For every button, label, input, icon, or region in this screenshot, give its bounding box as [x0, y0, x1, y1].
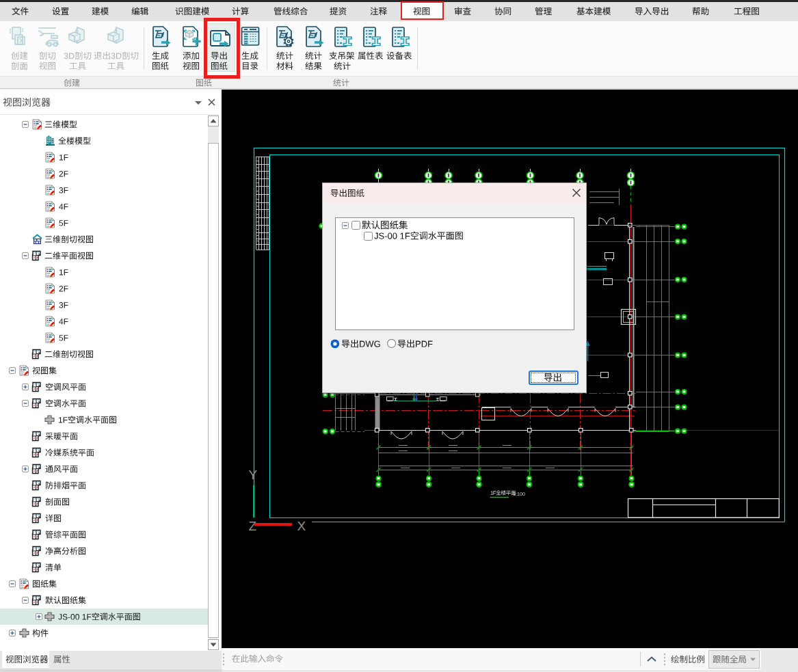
- svg-text:Z: Z: [249, 519, 257, 533]
- svg-text:Y: Y: [249, 468, 258, 482]
- svg-text:X: X: [297, 519, 306, 533]
